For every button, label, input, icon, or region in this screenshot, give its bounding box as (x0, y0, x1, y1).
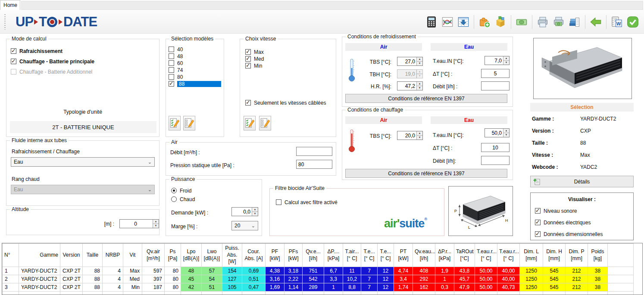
table-cell[interactable]: 40,00 (497, 267, 520, 275)
checkbox[interactable] (535, 231, 541, 237)
table-cell[interactable] (19, 292, 60, 295)
table-cell[interactable]: 212 (566, 275, 588, 283)
column-header[interactable]: Gamme (19, 244, 60, 267)
checkbox[interactable] (169, 53, 174, 59)
speed-option[interactable]: Max (245, 49, 264, 55)
table-cell[interactable] (520, 292, 543, 295)
table-cell[interactable]: YARDY-DUCT2 (19, 275, 60, 283)
table-cell[interactable]: 3,18 (284, 267, 303, 275)
table-cell[interactable]: 88 (83, 267, 103, 275)
table-cell[interactable]: 1,9 (435, 267, 454, 275)
table-cell[interactable] (3, 292, 19, 295)
table-cell[interactable]: 6,7 (324, 267, 343, 275)
table-cell[interactable]: 397 (142, 275, 165, 283)
table-cell[interactable]: 12 (378, 275, 394, 283)
column-header[interactable]: ΔP.r...[kPa] (435, 244, 454, 267)
table-cell[interactable] (608, 283, 634, 292)
table-cell[interactable]: 0,3 (435, 283, 454, 292)
cooling-teau-input[interactable] (485, 56, 503, 65)
table-cell[interactable] (83, 292, 103, 295)
select-all-speeds-button[interactable] (244, 116, 256, 130)
back-arrow-icon[interactable] (589, 15, 603, 29)
cabled-speeds-row[interactable]: Seulement les vitesses câblées (245, 99, 326, 106)
table-cell[interactable]: 38 (588, 283, 608, 292)
table-cell[interactable]: 10,2 (343, 275, 361, 283)
table-cell[interactable] (142, 292, 165, 295)
table-cell[interactable]: 8,8 (343, 283, 361, 292)
performance-curves-icon[interactable] (441, 15, 454, 29)
checkbox[interactable] (245, 56, 251, 62)
table-cell[interactable]: 4 (103, 267, 123, 275)
table-cell[interactable]: Med (123, 275, 142, 283)
deselect-all-models-button[interactable] (183, 116, 195, 130)
deselect-all-speeds-button[interactable] (259, 116, 271, 130)
table-cell[interactable]: 50,00 (475, 275, 497, 283)
calculator-icon[interactable] (425, 15, 438, 29)
table-cell[interactable]: 212 (566, 283, 588, 292)
table-cell[interactable]: 45 (181, 275, 202, 283)
table-cell[interactable] (103, 292, 123, 295)
table-cell[interactable] (324, 292, 343, 295)
price-icon[interactable] (515, 15, 528, 29)
cooling-dt-input[interactable] (481, 69, 510, 78)
table-cell[interactable]: 3,16 (266, 275, 284, 283)
details-button[interactable]: Détails (530, 176, 634, 187)
column-header[interactable]: Taille (83, 244, 103, 267)
table-cell[interactable] (343, 292, 361, 295)
table-cell[interactable]: 1250 (520, 275, 543, 283)
table-cell[interactable]: 38 (588, 275, 608, 283)
column-header[interactable]: Qv.air[m³/h] (142, 244, 165, 267)
column-header[interactable]: T.eau.r...[° C] (475, 244, 497, 267)
column-header[interactable]: Dim. H[mm] (543, 244, 566, 267)
column-header[interactable]: ΔP....[kPa] (324, 244, 343, 267)
table-cell[interactable]: 7 (361, 267, 378, 275)
table-cell[interactable]: 545 (543, 275, 566, 283)
checkbox[interactable] (11, 48, 16, 54)
spinner-buttons[interactable]: ▲▼ (252, 208, 258, 216)
table-cell[interactable]: 88 (83, 283, 103, 292)
cooling-teau-spinner[interactable]: ▲▼ (485, 56, 510, 65)
table-cell[interactable]: 1250 (520, 283, 543, 292)
column-header[interactable]: T.e...[° C] (378, 244, 394, 267)
column-header[interactable]: TaROut[°C] (454, 244, 475, 267)
column-header[interactable]: Qv.e...[l/h] (303, 244, 324, 267)
confirm-icon[interactable] (626, 15, 640, 29)
visualiser-option[interactable]: Niveau sonore (535, 208, 577, 214)
table-cell[interactable]: 1 (324, 283, 343, 292)
table-cell[interactable]: 47,9 (454, 283, 475, 292)
speed-option[interactable]: Min (245, 62, 262, 69)
column-header[interactable]: PF[kW] (266, 244, 284, 267)
heating-teau-spinner[interactable]: ▲▼ (485, 128, 510, 137)
air-pression-input[interactable] (296, 160, 332, 169)
table-cell[interactable] (165, 292, 181, 295)
checkbox[interactable] (245, 100, 251, 106)
checkbox[interactable] (245, 49, 251, 55)
mode-calcul-option[interactable]: Rafraichissement (11, 48, 63, 54)
model-option[interactable]: 80 (169, 74, 221, 80)
column-header[interactable]: Ps[Pa] (165, 244, 181, 267)
column-header[interactable]: Puiss.Abs.[W] (222, 244, 242, 267)
spinner-buttons[interactable]: ▲▼ (416, 82, 422, 90)
spinner-buttons[interactable]: ▲▼ (416, 131, 422, 140)
checkbox[interactable] (535, 208, 541, 214)
table-cell[interactable]: 1250 (520, 267, 543, 275)
table-cell[interactable]: 751 (303, 267, 324, 275)
table-cell[interactable] (222, 292, 242, 295)
table-cell[interactable] (303, 292, 324, 295)
table-cell[interactable]: 80 (165, 275, 181, 283)
word-report-icon[interactable]: W (610, 15, 624, 29)
column-header[interactable]: Lwo[dB(A)] (202, 244, 222, 267)
column-header[interactable]: Lpo[dB(A)] (181, 244, 202, 267)
speed-option[interactable]: Med (245, 56, 264, 62)
table-cell[interactable]: 1,74 (394, 283, 413, 292)
checkbox[interactable] (169, 74, 174, 80)
table-cell[interactable]: 4 (103, 275, 123, 283)
print-icon[interactable] (536, 15, 550, 29)
column-header[interactable]: Poids[kg] (588, 244, 608, 267)
radio-chaud[interactable] (171, 196, 177, 202)
table-cell[interactable] (588, 292, 608, 295)
column-header[interactable]: N° (3, 244, 19, 267)
table-cell[interactable]: 43,8 (454, 267, 475, 275)
table-cell[interactable]: YARDY-DUCT2 (19, 283, 60, 292)
table-cell[interactable] (608, 267, 634, 275)
